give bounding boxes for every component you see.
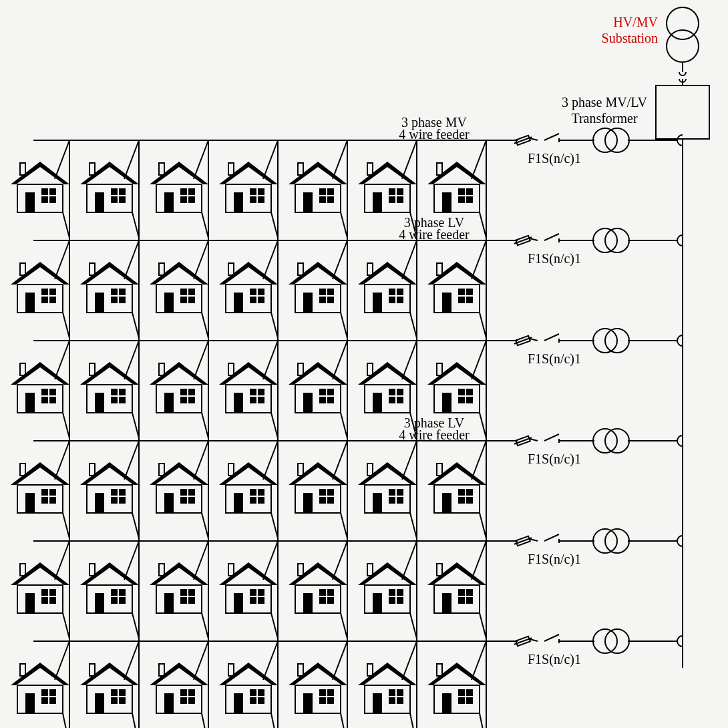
switch-label: F1S(n/c)1 bbox=[528, 151, 581, 166]
power-distribution-diagram: HV/MV Substation 3 phase MV/LV Transform… bbox=[0, 0, 728, 728]
feeder-label: 4 wire feeder bbox=[399, 227, 470, 242]
substation-label-2: Substation bbox=[602, 31, 658, 45]
transformer-label-2: Transformer bbox=[571, 111, 638, 126]
transformer-label-1: 3 phase MV/LV bbox=[562, 95, 648, 110]
switch-label: F1S(n/c)1 bbox=[528, 652, 581, 667]
switch-label: F1S(n/c)1 bbox=[528, 552, 581, 567]
feeder-label: 4 wire feeder bbox=[399, 127, 470, 142]
substation-label-1: HV/MV bbox=[613, 15, 658, 29]
switch-label: F1S(n/c)1 bbox=[528, 451, 581, 467]
switch-label: F1S(n/c)1 bbox=[528, 351, 581, 367]
switch-label: F1S(n/c)1 bbox=[528, 251, 581, 266]
feeder-label: 4 wire feeder bbox=[399, 427, 470, 442]
